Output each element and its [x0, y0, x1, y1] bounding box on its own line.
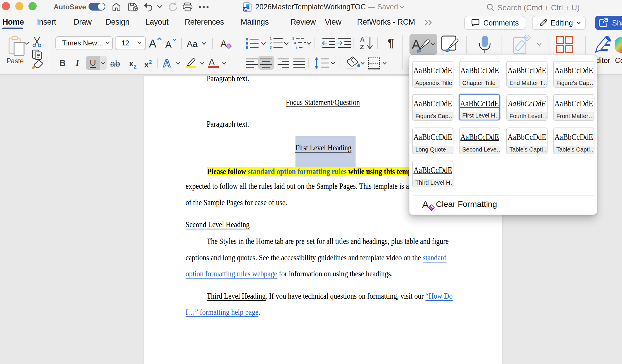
svg-text:i: i: [296, 45, 297, 50]
svg-text:1: 1: [292, 36, 294, 40]
svg-text:2: 2: [270, 41, 272, 45]
svg-text:W: W: [243, 7, 247, 11]
svg-text:1: 1: [270, 37, 272, 41]
svg-text:3: 3: [270, 45, 272, 50]
svg-text:a: a: [294, 41, 296, 45]
svg-text:A: A: [360, 36, 365, 43]
svg-text:Z: Z: [360, 43, 364, 50]
